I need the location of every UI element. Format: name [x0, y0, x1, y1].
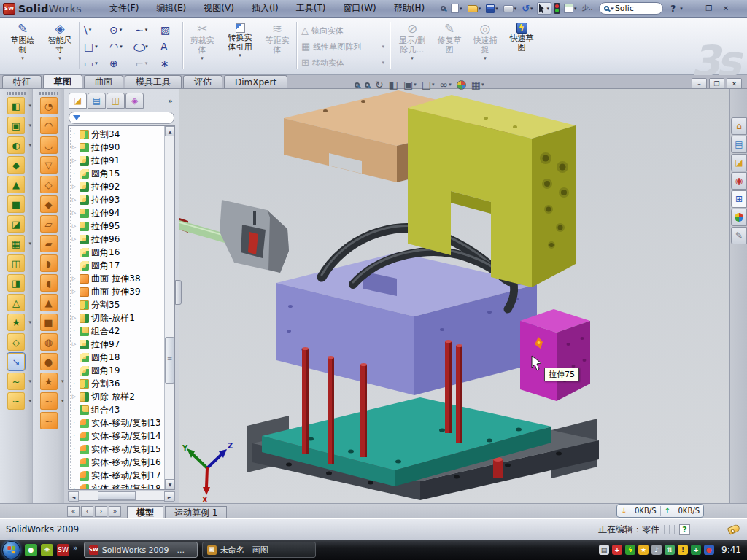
- 3d-model-scene[interactable]: Y Z X: [179, 89, 729, 503]
- warning-tray[interactable]: !: [678, 545, 688, 555]
- doc-minimize-button[interactable]: –: [692, 78, 707, 89]
- move-entities-button[interactable]: ⊞移动实体▾: [299, 55, 387, 70]
- rapid-sketch-button[interactable]: ϟ 快速草 图: [505, 20, 538, 72]
- tree-item-10[interactable]: ·圆角17: [71, 259, 164, 272]
- scroll-right-button[interactable]: ►: [164, 491, 174, 502]
- hide-show-items-icon[interactable]: ∞▾: [439, 79, 451, 90]
- filled-surface-button[interactable]: ◆: [40, 195, 58, 213]
- restore-button[interactable]: ❐: [702, 3, 716, 14]
- boundary-surface-button[interactable]: ◇: [40, 176, 58, 193]
- feature-tree-tab[interactable]: ◪: [69, 93, 87, 109]
- badge-tray[interactable]: ★: [638, 545, 649, 555]
- extend-surface-button[interactable]: ■: [40, 314, 58, 331]
- tree-item-11[interactable]: ▷曲面-拉伸38: [71, 272, 164, 285]
- menu-item-0[interactable]: 文件(F): [101, 0, 147, 17]
- spline-curve-button[interactable]: ∽▾: [7, 392, 25, 410]
- solidworks-search-tab[interactable]: ◉: [731, 172, 747, 190]
- extruded-boss-button[interactable]: ◧▾: [7, 97, 25, 114]
- sketch-fillet-button[interactable]: ⌐▾: [133, 55, 156, 71]
- expand-arrow-icon[interactable]: ▷: [71, 210, 77, 216]
- select-entities-button[interactable]: ▨: [158, 22, 182, 38]
- centerpoint-arc-button[interactable]: ◠▾: [107, 39, 131, 55]
- tree-item-25[interactable]: ·实体-移动/复制16: [71, 456, 164, 469]
- corner-rectangle-button[interactable]: □▾: [82, 39, 105, 55]
- menu-item-6[interactable]: 帮助(H): [385, 0, 433, 17]
- print-button[interactable]: ▾: [502, 4, 519, 14]
- sheet-tab-0[interactable]: 模型: [127, 506, 163, 519]
- tree-item-16[interactable]: ▷拉伸97: [71, 338, 164, 351]
- rotate-view-icon[interactable]: ↻: [375, 79, 384, 90]
- swept-boss-button[interactable]: ▲: [7, 176, 25, 193]
- tree-item-12[interactable]: ▷曲面-拉伸39: [71, 285, 164, 298]
- tree-item-0[interactable]: ·分割34: [71, 128, 164, 141]
- keyboard-indicator[interactable]: ▤: [599, 545, 609, 555]
- smart-dimension-button[interactable]: ◈ 智能尺 寸 ▾: [42, 20, 77, 72]
- trim-surface-button[interactable]: ◍: [40, 333, 58, 351]
- magenta-block[interactable]: [520, 309, 590, 401]
- antivirus-tray[interactable]: +: [612, 545, 622, 555]
- file-explorer-tab[interactable]: ◪: [731, 154, 747, 171]
- freeform-button[interactable]: ~▾: [40, 392, 58, 410]
- scroll-up-button[interactable]: ▲: [165, 126, 175, 136]
- dimxpert-manager-tab[interactable]: ◈: [125, 93, 144, 109]
- lofted-boss-button[interactable]: ◆: [7, 156, 25, 174]
- replace-face-button[interactable]: ▲: [40, 294, 58, 311]
- tree-item-1[interactable]: ▷拉伸90: [71, 141, 164, 154]
- tree-item-26[interactable]: ·实体-移动/复制17: [71, 469, 164, 482]
- zoom-fit-icon[interactable]: [355, 82, 360, 88]
- section-view-icon[interactable]: ◧: [389, 79, 398, 90]
- pane-splitter-grip[interactable]: [175, 280, 182, 305]
- point-button[interactable]: ∗: [158, 55, 182, 71]
- security-shield-tray[interactable]: ϟ: [625, 545, 635, 555]
- taskbar-task-0[interactable]: SWSolidWorks 2009 - ...: [84, 542, 198, 558]
- convert-entities-button[interactable]: 转换实 体引用 ▾: [222, 20, 258, 72]
- menu-item-5[interactable]: 窗口(W): [334, 0, 384, 17]
- taskbar-clock[interactable]: 9:41: [721, 545, 741, 555]
- yellow-clamp-bracket[interactable]: [408, 95, 576, 287]
- messenger-quicklaunch[interactable]: ●: [25, 544, 37, 556]
- menu-item-4[interactable]: 工具(T): [287, 0, 335, 17]
- pin-toolbar-button[interactable]: [439, 4, 447, 12]
- expand-arrow-icon[interactable]: ▷: [71, 197, 77, 203]
- tree-item-15[interactable]: ·组合42: [71, 324, 164, 338]
- tree-item-18[interactable]: ·圆角19: [71, 364, 164, 377]
- command-tab-1[interactable]: 草图: [43, 74, 82, 88]
- tree-item-2[interactable]: ▷拉伸91: [71, 154, 164, 167]
- expand-arrow-icon[interactable]: ▷: [71, 236, 77, 242]
- toolbar-drag-handle[interactable]: [7, 92, 26, 95]
- extruded-cut-button[interactable]: ▣▾: [7, 117, 25, 134]
- security-quicklaunch[interactable]: ❋: [41, 544, 53, 556]
- property-manager-tab[interactable]: ▤: [88, 93, 106, 109]
- reference-curve-button[interactable]: ~▾: [7, 373, 25, 390]
- scroll-down-button[interactable]: ▼: [165, 479, 175, 489]
- repair-sketch-button[interactable]: ✎ 修复草 图: [433, 20, 465, 72]
- menu-item-1[interactable]: 编辑(E): [147, 0, 195, 17]
- spline-button[interactable]: ∼▾: [133, 22, 156, 38]
- draft-button[interactable]: ◪: [7, 215, 25, 233]
- options-button[interactable]: ▾: [562, 2, 578, 15]
- expand-arrow-icon[interactable]: ▷: [71, 184, 77, 190]
- view-orientation-icon[interactable]: ▣▾: [403, 79, 417, 90]
- tree-item-8[interactable]: ▷拉伸96: [71, 233, 164, 246]
- scene-icon[interactable]: ▦▾: [471, 79, 484, 90]
- sheet-nav-button-2[interactable]: ›: [95, 506, 107, 517]
- quick-launch-expand-icon[interactable]: »: [73, 543, 78, 553]
- save-button[interactable]: ▾: [484, 3, 500, 15]
- tree-item-22[interactable]: ·实体-移动/复制13: [71, 416, 164, 429]
- search-dropdown-icon[interactable]: ▾: [611, 6, 614, 12]
- help-dropdown-icon[interactable]: ▾: [680, 6, 683, 12]
- scrollbar-thumb[interactable]: [98, 491, 136, 500]
- minimize-button[interactable]: –: [685, 3, 700, 14]
- thicken-button[interactable]: ★▾: [40, 373, 58, 390]
- scrollbar-thumb[interactable]: [165, 337, 174, 384]
- delete-body-button[interactable]: ◇: [7, 333, 25, 351]
- solidworks-quicklaunch[interactable]: SW: [57, 544, 69, 556]
- view-palette-tab[interactable]: ⊞: [731, 190, 747, 208]
- tree-item-7[interactable]: ▷拉伸95: [71, 219, 164, 233]
- start-button[interactable]: [2, 541, 20, 559]
- net-speed-widget[interactable]: ↓0KB/S ↑0KB/S: [616, 504, 704, 518]
- move-copy-body-button[interactable]: △: [7, 294, 25, 311]
- tree-item-24[interactable]: ·实体-移动/复制15: [71, 443, 164, 456]
- polygon-button[interactable]: ⊕: [107, 55, 131, 71]
- sheet-nav-button-1[interactable]: ‹: [81, 506, 93, 517]
